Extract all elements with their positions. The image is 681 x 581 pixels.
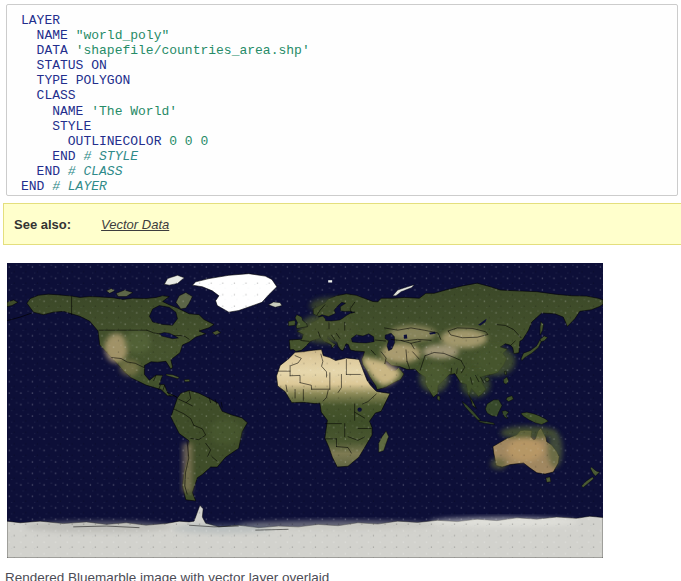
world-map-svg <box>7 263 603 558</box>
code-line: CLASS <box>21 88 663 103</box>
seealso-label: See also: <box>14 217 71 232</box>
page: LAYER NAME "world_poly" DATA 'shapefile/… <box>0 0 681 581</box>
code-line: END # STYLE <box>21 149 663 164</box>
code-line: OUTLINECOLOR 0 0 0 <box>21 134 663 149</box>
code-box: LAYER NAME "world_poly" DATA 'shapefile/… <box>6 4 678 196</box>
code-line: END # CLASS <box>21 164 663 179</box>
world-map-image <box>7 263 603 558</box>
code-line: STYLE <box>21 119 663 134</box>
code-line: END # LAYER <box>21 179 663 194</box>
code-line: DATA 'shapefile/countries_area.shp' <box>21 43 663 58</box>
code-line: TYPE POLYGON <box>21 73 663 88</box>
seealso-admonition: See also: Vector Data <box>3 203 681 245</box>
figure-caption: Rendered Bluemarble image with vector la… <box>5 570 329 581</box>
code-line: NAME 'The World' <box>21 104 663 119</box>
code-line: NAME "world_poly" <box>21 28 663 43</box>
code-line: LAYER <box>21 13 663 28</box>
raster-noise-overlay <box>7 263 603 558</box>
code-line: STATUS ON <box>21 58 663 73</box>
vector-data-link[interactable]: Vector Data <box>101 217 169 232</box>
code-block: LAYER NAME "world_poly" DATA 'shapefile/… <box>21 13 663 194</box>
